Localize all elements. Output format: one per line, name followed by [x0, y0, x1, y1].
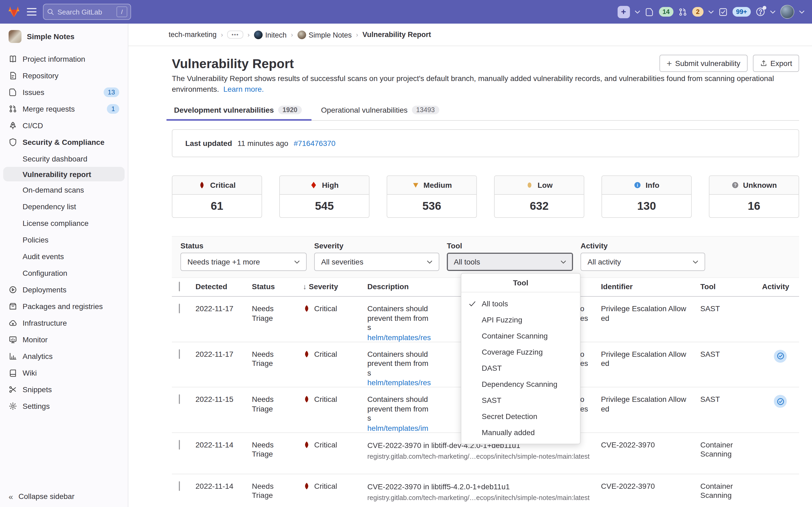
search-input[interactable]: Search GitLab /: [43, 4, 131, 20]
pipeline-link[interactable]: #716476370: [294, 139, 336, 148]
gitlab-logo-icon[interactable]: [7, 6, 20, 18]
tool-option-secret-detection[interactable]: Secret Detection: [461, 408, 580, 425]
menu-icon[interactable]: [27, 8, 37, 15]
chevron-down-icon[interactable]: [799, 10, 805, 14]
user-avatar[interactable]: [780, 5, 794, 19]
merge-requests-count-badge[interactable]: 2: [692, 7, 703, 17]
collapse-sidebar-button[interactable]: « Collapse sidebar: [0, 486, 128, 507]
navbar-left: Search GitLab /: [7, 4, 131, 20]
tool-option-all-tools[interactable]: All tools: [461, 296, 580, 312]
severity-critical-icon: [303, 350, 310, 357]
tool-option-dast[interactable]: DAST: [461, 360, 580, 376]
sidebar-item-policies[interactable]: Policies: [0, 231, 128, 248]
tab-development-vulnerabilities[interactable]: Development vulnerabilities1920: [172, 101, 304, 120]
tab-operational-vulnerabilities[interactable]: Operational vulnerabilities13493: [319, 101, 442, 120]
chevron-down-icon: [561, 260, 566, 264]
new-plus-button[interactable]: +: [617, 6, 630, 18]
issue-created-icon[interactable]: [774, 349, 787, 362]
cell-severity: Critical: [303, 342, 367, 387]
sidebar-item-analytics[interactable]: Analytics: [0, 348, 128, 364]
tool-option-container-scanning[interactable]: Container Scanning: [461, 328, 580, 344]
sidebar-item-dependency-list[interactable]: Dependency list: [0, 198, 128, 215]
chevron-down-icon[interactable]: [635, 10, 640, 14]
todos-count-badge[interactable]: 99+: [732, 7, 751, 17]
sidebar-item-configuration[interactable]: Configuration: [0, 265, 128, 281]
sidebar-item-license-compliance[interactable]: License compliance: [0, 215, 128, 231]
sidebar-item-wiki[interactable]: Wiki: [0, 364, 128, 381]
sidebar-item-cicd[interactable]: CI/CD: [0, 117, 128, 133]
issues-icon[interactable]: [645, 7, 654, 16]
sidebar-item-on-demand-scans[interactable]: On-demand scans: [0, 181, 128, 198]
select-all-checkbox[interactable]: [179, 282, 180, 291]
cell-tool: Container Scanning: [700, 433, 762, 473]
cloud-gear-icon: [9, 319, 17, 327]
cell-activity: [762, 342, 799, 387]
submit-vulnerability-button[interactable]: + Submit vulnerability: [659, 55, 747, 72]
chevron-down-icon[interactable]: [708, 10, 713, 14]
tool-option-manually-added[interactable]: Manually added: [461, 425, 580, 441]
severity-filter-select[interactable]: All severities: [314, 253, 439, 271]
cell-activity: [762, 474, 799, 507]
sidebar-item-audit-events[interactable]: Audit events: [0, 248, 128, 265]
sidebar-item-packages[interactable]: Packages and registries: [0, 298, 128, 315]
row-checkbox[interactable]: [179, 394, 180, 404]
row-checkbox[interactable]: [179, 349, 180, 359]
table-row[interactable]: 2022-11-14 Needs Triage Critical CVE-202…: [172, 474, 799, 507]
sidebar-item-settings[interactable]: Settings: [0, 398, 128, 414]
sidebar-item-vulnerability-report[interactable]: Vulnerability report: [3, 167, 124, 181]
breadcrumb-project[interactable]: Simple Notes: [297, 30, 352, 39]
tool-option-coverage-fuzzing[interactable]: Coverage Fuzzing: [461, 344, 580, 360]
col-tool[interactable]: Tool: [700, 282, 762, 291]
breadcrumb-ellipsis-button[interactable]: •••: [227, 31, 243, 39]
severity-count: 536: [387, 195, 476, 217]
help-icon[interactable]: [756, 7, 765, 17]
location-link[interactable]: helm/templates/res: [367, 378, 431, 387]
cell-detected: 2022-11-14: [196, 474, 252, 507]
tool-filter-select[interactable]: All tools: [447, 253, 573, 271]
col-status[interactable]: Status: [252, 282, 303, 291]
col-identifier[interactable]: Identifier: [601, 282, 700, 291]
col-severity[interactable]: ↓Severity: [303, 282, 367, 291]
issues-count-badge[interactable]: 14: [659, 7, 673, 17]
sidebar-item-repository[interactable]: Repository: [0, 67, 128, 84]
issue-created-icon[interactable]: [774, 395, 787, 408]
location-link[interactable]: helm/templates/im: [367, 424, 428, 432]
chevron-down-icon: [294, 260, 300, 264]
learn-more-link[interactable]: Learn more.: [223, 85, 264, 93]
col-activity[interactable]: Activity: [762, 282, 799, 291]
sidebar-item-monitor[interactable]: Monitor: [0, 331, 128, 348]
todos-icon[interactable]: [718, 7, 727, 16]
severity-critical-icon: [303, 482, 310, 490]
export-button[interactable]: Export: [753, 55, 799, 72]
sidebar-item-infrastructure[interactable]: Infrastructure: [0, 315, 128, 331]
sidebar-item-security-compliance[interactable]: Security & Compliance: [0, 133, 128, 150]
sidebar-item-issues[interactable]: Issues 13: [0, 84, 128, 100]
sidebar-item-deployments[interactable]: Deployments: [0, 281, 128, 298]
tool-option-api-fuzzing[interactable]: API Fuzzing: [461, 312, 580, 328]
sidebar-item-security-dashboard[interactable]: Security dashboard: [0, 150, 128, 167]
chevron-down-icon[interactable]: [770, 10, 775, 14]
merge-requests-icon[interactable]: [678, 7, 688, 16]
sidebar-item-snippets[interactable]: Snippets: [0, 381, 128, 398]
project-header[interactable]: Simple Notes: [0, 23, 128, 48]
col-detected[interactable]: Detected: [196, 282, 252, 291]
severity-unknown-icon: ?: [731, 181, 739, 189]
breadcrumb-group[interactable]: tech-marketing: [169, 31, 217, 39]
tool-option-sast[interactable]: SAST: [461, 392, 580, 408]
location-link[interactable]: helm/templates/res: [367, 333, 431, 341]
status-filter-select[interactable]: Needs triage +1 more: [181, 253, 307, 271]
sidebar-item-merge-requests[interactable]: Merge requests 1: [0, 100, 128, 117]
issues-icon: [9, 88, 17, 96]
cell-detected: 2022-11-17: [196, 297, 252, 341]
activity-filter-select[interactable]: All activity: [580, 253, 705, 271]
row-checkbox[interactable]: [179, 440, 180, 449]
breadcrumb-org[interactable]: Initech: [254, 30, 287, 39]
row-checkbox[interactable]: [179, 481, 180, 491]
gear-icon: [9, 402, 17, 410]
sidebar-item-project-information[interactable]: Project information: [0, 50, 128, 67]
severity-critical-icon: [303, 441, 310, 448]
filter-bar: Status Needs triage +1 more Severity All…: [172, 236, 799, 278]
cell-description[interactable]: CVE-2022-3970 in libtiff5-4.2.0-1+deb11u…: [367, 474, 601, 507]
row-checkbox[interactable]: [179, 304, 180, 313]
tool-option-dependency-scanning[interactable]: Dependency Scanning: [461, 376, 580, 392]
